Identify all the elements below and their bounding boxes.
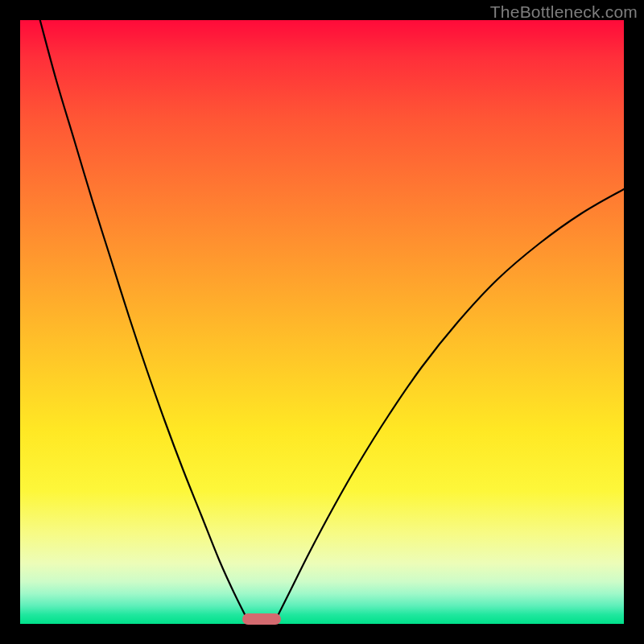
outer-frame: TheBottleneck.com <box>0 0 644 644</box>
bottleneck-marker <box>242 613 281 625</box>
left-branch-path <box>40 20 250 624</box>
watermark-text: TheBottleneck.com <box>490 2 638 22</box>
curve-svg <box>20 20 624 624</box>
right-branch-path <box>274 189 624 624</box>
plot-area <box>20 20 624 624</box>
